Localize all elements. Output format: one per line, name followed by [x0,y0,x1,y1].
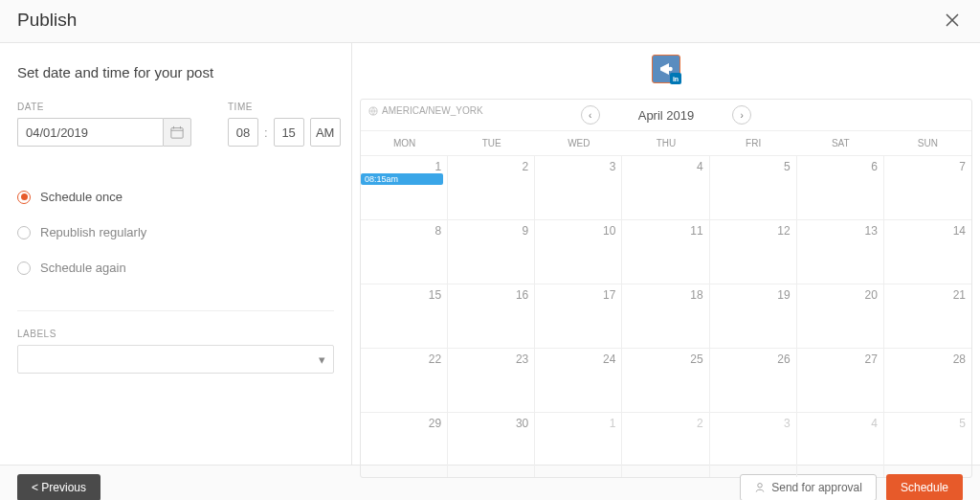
calendar-cell[interactable]: 3 [535,156,622,220]
calendar-cell[interactable]: 27 [797,349,884,413]
schedule-button[interactable]: Schedule [886,474,963,500]
calendar-cell[interactable]: 14 [884,220,971,284]
user-icon [754,482,766,493]
calendar-cell[interactable]: 28 [884,349,971,413]
calendar-header: AMERICA/NEW_YORK ‹ April 2019 › [361,100,971,130]
calendar-cell[interactable]: 22 [361,349,448,413]
radio-icon [17,226,31,239]
calendar-cell[interactable]: 9 [448,220,535,284]
time-group: TIME 08 : 15 AM [228,102,341,147]
calendar-cell[interactable]: 2 [622,413,709,477]
calendar-cell[interactable]: 23 [448,349,535,413]
labels-field: LABELS ▾ [17,310,334,374]
date-input-wrap [17,118,191,147]
globe-icon [368,106,378,116]
calendar-cell[interactable]: 5 [884,413,971,477]
calendar-cell[interactable]: 7 [884,156,971,220]
prev-month-button[interactable]: ‹ [581,105,600,125]
calendar-cell[interactable]: 10 [535,220,622,284]
calendar-cell[interactable]: 21 [884,284,971,349]
schedule-options: Schedule once Republish regularly Schedu… [17,179,334,285]
month-label: April 2019 [638,108,695,123]
send-for-approval-button[interactable]: Send for approval [740,474,877,500]
hour-input[interactable]: 08 [228,118,258,147]
timezone-label: AMERICA/NEW_YORK [368,105,483,116]
ampm-input[interactable]: AM [310,118,341,147]
calendar-cell[interactable]: 30 [448,413,535,477]
calendar-cell[interactable]: 19 [710,284,797,349]
dow: SUN [884,131,971,155]
svg-point-4 [668,67,673,72]
dow: MON [361,131,448,155]
calendar-cell[interactable]: 6 [797,156,884,220]
radio-schedule-again[interactable]: Schedule again [17,250,334,285]
calendar-cell[interactable]: 12 [710,220,797,284]
calendar-cell[interactable]: 5 [710,156,797,220]
calendar-cell[interactable]: 4 [797,413,884,477]
calendar-cell[interactable]: 1 [535,413,622,477]
chevron-left-icon: ‹ [589,110,591,121]
linkedin-badge-icon: in [670,73,681,84]
radio-label: Schedule again [40,261,126,275]
labels-label: LABELS [17,329,334,339]
time-input-wrap: 08 : 15 AM [228,118,341,147]
modal-body: Set date and time for your post DATE TIM… [0,43,980,465]
calendar-cell[interactable]: 2 [448,156,535,220]
close-icon[interactable] [942,10,963,31]
calendar-cell[interactable]: 1 08:15am [361,156,448,220]
calendar: AMERICA/NEW_YORK ‹ April 2019 › MON TUE … [360,99,972,478]
calendar-cell[interactable]: 24 [535,349,622,413]
calendar-cell[interactable]: 4 [622,156,709,220]
calendar-grid: 1 08:15am 2 3 4 5 6 7 8 9 10 11 12 13 14… [361,156,971,477]
radio-icon [17,261,31,275]
svg-point-6 [758,484,763,489]
dow: SAT [797,131,884,155]
calendar-cell[interactable]: 29 [361,413,448,477]
date-group: DATE [17,102,191,147]
left-subtitle: Set date and time for your post [17,64,334,80]
time-colon: : [264,125,268,140]
left-panel: Set date and time for your post DATE TIM… [0,43,352,465]
radio-schedule-once[interactable]: Schedule once [17,179,334,215]
calendar-cell[interactable]: 17 [535,284,622,349]
dow: FRI [710,131,797,155]
previous-button[interactable]: < Previous [17,474,100,500]
date-input[interactable] [17,118,163,147]
labels-select[interactable]: ▾ [17,345,334,374]
calendar-cell[interactable]: 18 [622,284,709,349]
calendar-icon[interactable] [163,118,191,147]
calendar-cell[interactable]: 25 [622,349,709,413]
chevron-right-icon: › [741,110,744,121]
channel-row: in [360,55,972,83]
dow: TUE [448,131,535,155]
radio-label: Schedule once [40,190,122,204]
right-panel: in AMERICA/NEW_YORK ‹ April 2019 › MON T… [352,43,980,465]
caret-down-icon: ▾ [319,352,325,367]
calendar-dow-row: MON TUE WED THU FRI SAT SUN [361,130,971,156]
dow: THU [622,131,709,155]
date-label: DATE [17,102,191,112]
calendar-cell[interactable]: 20 [797,284,884,349]
calendar-cell[interactable]: 3 [710,413,797,477]
svg-rect-0 [171,128,183,139]
calendar-cell[interactable]: 15 [361,284,448,349]
calendar-cell[interactable]: 26 [710,349,797,413]
calendar-cell[interactable]: 16 [448,284,535,349]
next-month-button[interactable]: › [732,105,751,125]
minute-input[interactable]: 15 [274,118,304,147]
modal-title: Publish [17,10,77,31]
calendar-cell[interactable]: 13 [797,220,884,284]
radio-republish-regularly[interactable]: Republish regularly [17,215,334,250]
calendar-cell[interactable]: 8 [361,220,448,284]
radio-label: Republish regularly [40,225,146,239]
modal-header: Publish [0,0,980,43]
footer-right: Send for approval Schedule [740,474,963,500]
time-label: TIME [228,102,341,112]
channel-chip-linkedin[interactable]: in [652,55,680,83]
calendar-event[interactable]: 08:15am [361,173,443,185]
radio-icon [17,191,31,204]
datetime-row: DATE TIME 08 : 15 AM [17,102,334,147]
calendar-cell[interactable]: 11 [622,220,709,284]
dow: WED [535,131,622,155]
